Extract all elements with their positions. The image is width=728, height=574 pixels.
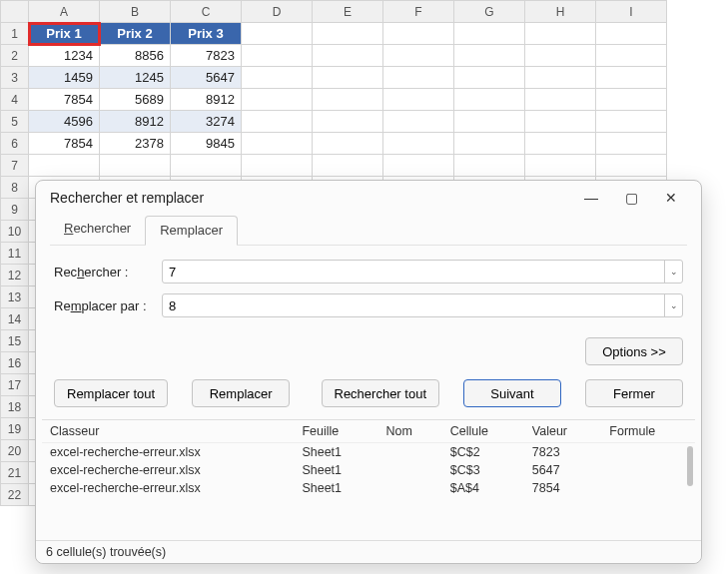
row-header-17[interactable]: 17: [1, 374, 29, 396]
cell-b1[interactable]: Prix 2: [100, 23, 171, 45]
replace-all-button[interactable]: Remplacer tout: [54, 379, 168, 407]
row-header-10[interactable]: 10: [1, 221, 29, 243]
cell[interactable]: [454, 111, 525, 133]
tab-search[interactable]: RRechercherechercher: [50, 215, 145, 245]
cell[interactable]: [383, 133, 454, 155]
cell[interactable]: [242, 45, 313, 67]
cell[interactable]: [525, 89, 596, 111]
cell[interactable]: [525, 111, 596, 133]
results-col-workbook[interactable]: Classeur: [42, 420, 294, 443]
row-header-8[interactable]: 8: [1, 177, 29, 199]
cell-c5[interactable]: 3274: [171, 111, 242, 133]
cell[interactable]: [313, 133, 383, 155]
col-header-g[interactable]: G: [454, 1, 525, 23]
results-col-value[interactable]: Valeur: [524, 420, 602, 443]
row-header-14[interactable]: 14: [1, 308, 29, 330]
row-header-18[interactable]: 18: [1, 396, 29, 418]
cell[interactable]: [242, 23, 313, 45]
cell[interactable]: [454, 133, 525, 155]
cell[interactable]: [313, 45, 383, 67]
col-header-a[interactable]: A: [29, 1, 100, 23]
replace-dropdown-icon[interactable]: ⌄: [664, 294, 682, 316]
replace-input[interactable]: [163, 294, 664, 316]
cell[interactable]: [596, 111, 667, 133]
cell[interactable]: [525, 133, 596, 155]
row-header-4[interactable]: 4: [1, 89, 29, 111]
cell-a1[interactable]: Prix 1: [29, 23, 100, 45]
row-header-7[interactable]: 7: [1, 155, 29, 177]
cell[interactable]: [596, 23, 667, 45]
row-header-21[interactable]: 21: [1, 462, 29, 484]
row-header-15[interactable]: 15: [1, 330, 29, 352]
replace-button[interactable]: Remplacer: [192, 379, 290, 407]
cell[interactable]: [383, 23, 454, 45]
col-header-b[interactable]: B: [100, 1, 171, 23]
cell[interactable]: [242, 133, 313, 155]
cell[interactable]: [596, 89, 667, 111]
cell[interactable]: [596, 133, 667, 155]
cell[interactable]: [313, 111, 383, 133]
cell[interactable]: [454, 67, 525, 89]
cell[interactable]: [596, 67, 667, 89]
results-scrollbar-thumb[interactable]: [687, 446, 693, 486]
row-header-20[interactable]: 20: [1, 440, 29, 462]
search-dropdown-icon[interactable]: ⌄: [664, 261, 682, 283]
col-header-e[interactable]: E: [313, 1, 383, 23]
cell-a6[interactable]: 7854: [29, 133, 100, 155]
close-icon[interactable]: ✕: [651, 184, 691, 212]
cell-c1[interactable]: Prix 3: [171, 23, 242, 45]
col-header-h[interactable]: H: [525, 1, 596, 23]
cell-b4[interactable]: 5689: [100, 89, 171, 111]
results-row[interactable]: excel-recherche-erreur.xlsx Sheet1 $C$2 …: [42, 443, 695, 462]
results-col-formula[interactable]: Formule: [601, 420, 695, 443]
cell-c4[interactable]: 8912: [171, 89, 242, 111]
results-col-name[interactable]: Nom: [378, 420, 442, 443]
maximize-icon[interactable]: ▢: [611, 184, 651, 212]
cell-b3[interactable]: 1245: [100, 67, 171, 89]
find-next-button[interactable]: Suivant: [463, 379, 561, 407]
row-header-16[interactable]: 16: [1, 352, 29, 374]
cell[interactable]: [454, 89, 525, 111]
cell[interactable]: [383, 45, 454, 67]
cell-a2[interactable]: 1234: [29, 45, 100, 67]
cell[interactable]: [313, 67, 383, 89]
row-header-13[interactable]: 13: [1, 287, 29, 308]
row-header-11[interactable]: 11: [1, 243, 29, 265]
cell[interactable]: [242, 111, 313, 133]
cell[interactable]: [596, 45, 667, 67]
col-header-c[interactable]: C: [171, 1, 242, 23]
results-row[interactable]: excel-recherche-erreur.xlsx Sheet1 $A$4 …: [42, 479, 695, 497]
cell-a4[interactable]: 7854: [29, 89, 100, 111]
row-header-19[interactable]: 19: [1, 418, 29, 440]
col-header-d[interactable]: D: [242, 1, 313, 23]
row-header-2[interactable]: 2: [1, 45, 29, 67]
row-header-6[interactable]: 6: [1, 133, 29, 155]
row-header-1[interactable]: 1: [1, 23, 29, 45]
row-header-22[interactable]: 22: [1, 484, 29, 506]
row-header-3[interactable]: 3: [1, 67, 29, 89]
results-col-cell[interactable]: Cellule: [442, 420, 524, 443]
cell-c2[interactable]: 7823: [171, 45, 242, 67]
cell-a5[interactable]: 4596: [29, 111, 100, 133]
row-header-9[interactable]: 9: [1, 199, 29, 221]
tab-replace[interactable]: Remplacer: [145, 216, 238, 246]
results-row[interactable]: excel-recherche-erreur.xlsx Sheet1 $C$3 …: [42, 461, 695, 479]
cell[interactable]: [454, 23, 525, 45]
cell[interactable]: [525, 45, 596, 67]
select-all-corner[interactable]: [1, 1, 29, 23]
find-all-button[interactable]: Rechercher tout: [322, 379, 440, 407]
cell[interactable]: [383, 111, 454, 133]
cell[interactable]: [525, 67, 596, 89]
col-header-f[interactable]: F: [383, 1, 454, 23]
cell[interactable]: [242, 89, 313, 111]
cell[interactable]: [313, 23, 383, 45]
cell[interactable]: [313, 89, 383, 111]
cell[interactable]: [525, 23, 596, 45]
cell[interactable]: [29, 155, 100, 177]
cell[interactable]: [454, 45, 525, 67]
col-header-i[interactable]: I: [596, 1, 667, 23]
cell-b2[interactable]: 8856: [100, 45, 171, 67]
search-input[interactable]: [163, 261, 664, 283]
minimize-icon[interactable]: —: [571, 184, 611, 212]
close-button[interactable]: Fermer: [585, 379, 683, 407]
